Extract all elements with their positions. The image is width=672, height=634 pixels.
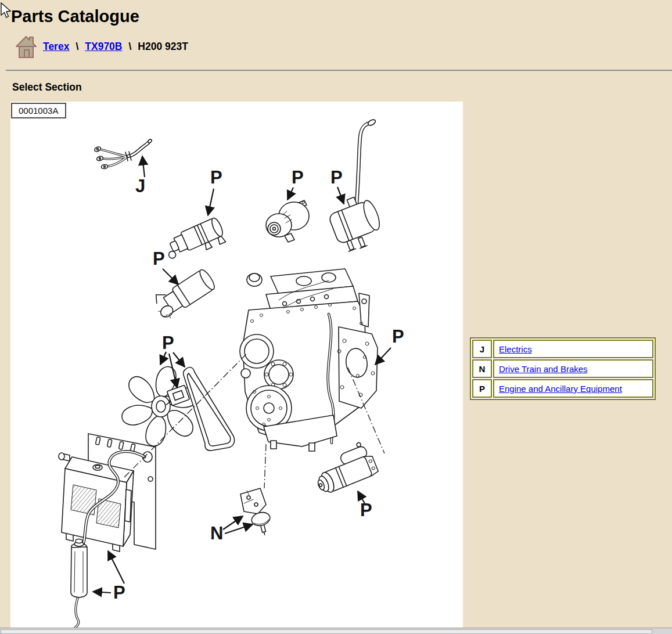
callout-arrow <box>208 189 214 215</box>
section-code: P <box>472 379 492 398</box>
callout-arrow <box>173 352 185 367</box>
section-code: J <box>472 340 492 358</box>
table-row: P Engine and Ancillary Equipment <box>472 379 653 398</box>
overflow-bottle-art <box>71 539 87 629</box>
horizontal-scrollbar[interactable] <box>0 628 672 634</box>
divider <box>6 70 672 71</box>
callout-P-alternator[interactable]: P <box>292 167 304 188</box>
callout-P-starter[interactable]: P <box>360 500 372 520</box>
callout-N-mounts[interactable]: N <box>210 523 223 543</box>
breadcrumb-link-terex[interactable]: Terex <box>43 41 69 53</box>
scrollbar-thumb[interactable] <box>1 629 652 634</box>
leader-line <box>264 444 266 488</box>
callout-arrow <box>93 592 111 593</box>
callout-arrow <box>163 269 178 284</box>
callout-P-engine[interactable]: P <box>392 326 404 347</box>
table-row: N Drive Train and Brakes <box>472 359 653 378</box>
belt-art <box>184 368 235 451</box>
section-code: N <box>472 359 492 378</box>
callout-P-oil-filter[interactable]: P <box>153 248 165 269</box>
mouse-cursor-icon <box>1 2 13 20</box>
breadcrumb-separator: \ <box>128 41 131 53</box>
alternator-art <box>266 200 309 242</box>
callout-arrow <box>288 188 293 200</box>
callout-P-fan-belt[interactable]: P <box>162 333 174 353</box>
callout-P-radiator[interactable]: P <box>113 582 125 603</box>
callout-arrow <box>142 156 145 177</box>
callout-J-electrics[interactable]: J <box>135 176 145 196</box>
exploded-view-illustration: J P P P P P P P N P <box>10 102 463 629</box>
home-icon[interactable] <box>15 34 38 59</box>
callout-P-fuel-pump[interactable]: P <box>210 167 222 188</box>
callout-arrow <box>337 187 344 204</box>
callout-arrow <box>223 516 243 529</box>
section-link-electrics[interactable]: Electrics <box>499 344 532 354</box>
breadcrumb-separator: \ <box>76 41 78 53</box>
section-link-engine[interactable]: Engine and Ancillary Equipment <box>499 384 622 394</box>
callout-arrow <box>108 551 124 583</box>
section-table: J Electrics N Drive Train and Brakes P E… <box>470 337 656 400</box>
breadcrumb-current: H200 923T <box>138 41 188 53</box>
figure-id-box: 0001003A <box>11 103 66 118</box>
callout-arrow <box>160 352 166 365</box>
section-heading: Select Section <box>12 81 82 93</box>
page-title: Parts Catalogue <box>11 7 139 26</box>
table-row: J Electrics <box>472 340 653 358</box>
starter-art <box>309 440 379 495</box>
oil-filter-art <box>150 265 217 322</box>
mount-bracket-art <box>240 488 274 537</box>
parts-diagram: 0001003A <box>10 102 463 629</box>
fuel-pump-art <box>162 217 227 265</box>
callout-P-muffler[interactable]: P <box>330 167 343 188</box>
engine-art <box>240 269 378 451</box>
radiator-art <box>59 434 156 552</box>
section-link-drive-train[interactable]: Drive Train and Brakes <box>499 364 588 374</box>
breadcrumb: Terex \ TX970B \ H200 923T <box>15 34 188 59</box>
breadcrumb-link-model[interactable]: TX970B <box>85 41 122 53</box>
